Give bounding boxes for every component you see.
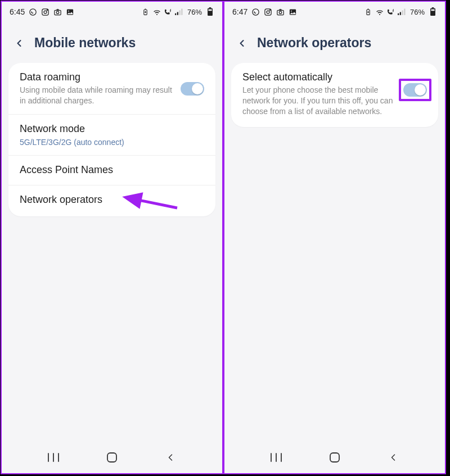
- svg-point-28: [269, 10, 270, 10]
- row-title: Select automatically: [242, 71, 399, 84]
- svg-rect-13: [177, 12, 178, 15]
- svg-rect-15: [182, 8, 183, 15]
- status-bar: 6:45: [2, 2, 222, 20]
- row-network-operators[interactable]: Network operators: [8, 185, 215, 216]
- svg-rect-42: [431, 7, 434, 8]
- svg-point-2: [44, 11, 47, 13]
- row-title: Access Point Names: [20, 164, 204, 176]
- svg-point-7: [68, 10, 69, 11]
- status-bar: 6:47: [224, 2, 445, 20]
- image-icon: [288, 7, 297, 16]
- battery-icon: [428, 7, 437, 16]
- wifi-icon: [152, 7, 161, 16]
- svg-rect-37: [398, 13, 399, 15]
- row-subtitle: Let your phone choose the best mobile ne…: [242, 85, 399, 117]
- status-left: 6:45: [10, 7, 74, 16]
- row-title: Network operators: [20, 193, 204, 206]
- svg-rect-38: [400, 12, 401, 15]
- nav-home-button[interactable]: [101, 449, 123, 466]
- camera-icon: [53, 7, 62, 16]
- nav-back-button[interactable]: [382, 449, 404, 466]
- status-right: 76%: [141, 7, 214, 16]
- back-button[interactable]: [235, 36, 249, 51]
- row-subtitle: Using mobile data while roaming may resu…: [20, 85, 175, 106]
- battery-percent: 76%: [187, 8, 202, 16]
- signal-icon: [398, 7, 407, 16]
- navigation-bar: [2, 445, 222, 473]
- image-icon: [65, 7, 74, 16]
- row-data-roaming[interactable]: Data roaming Using mobile data while roa…: [8, 63, 215, 115]
- select-auto-toggle[interactable]: [403, 83, 427, 97]
- wifi-icon: [375, 7, 384, 16]
- camera-icon: [276, 7, 285, 16]
- status-right: 76%: [364, 7, 437, 16]
- data-roaming-toggle[interactable]: [181, 82, 204, 96]
- status-time: 6:47: [232, 7, 248, 16]
- svg-rect-14: [179, 10, 181, 15]
- battery-percent: 76%: [410, 8, 425, 16]
- settings-card: Select automatically Let your phone choo…: [231, 63, 438, 127]
- status-time: 6:45: [10, 7, 25, 16]
- whatsapp-icon: [251, 7, 260, 16]
- battery-saver-icon: [141, 7, 150, 16]
- whatsapp-icon: [28, 7, 37, 16]
- svg-point-27: [267, 11, 269, 13]
- navigation-bar: [224, 445, 445, 473]
- nav-home-button[interactable]: [323, 449, 346, 466]
- instagram-icon: [40, 7, 50, 16]
- header: Network operators: [224, 20, 445, 63]
- row-select-automatically[interactable]: Select automatically Let your phone choo…: [231, 63, 438, 127]
- row-apn[interactable]: Access Point Names: [8, 156, 215, 185]
- row-subtitle: 5G/LTE/3G/2G (auto connect): [20, 137, 204, 148]
- svg-rect-12: [175, 13, 176, 15]
- svg-point-25: [253, 8, 259, 15]
- settings-card: Data roaming Using mobile data while roa…: [8, 63, 215, 216]
- row-title: Data roaming: [20, 71, 175, 84]
- back-button[interactable]: [12, 36, 26, 51]
- svg-rect-24: [107, 453, 116, 462]
- svg-point-5: [56, 11, 58, 13]
- svg-point-32: [291, 10, 292, 11]
- page-title: Mobile networks: [34, 35, 136, 51]
- page-title: Network operators: [257, 35, 371, 51]
- nav-back-button[interactable]: [159, 449, 182, 466]
- instagram-icon: [263, 7, 272, 16]
- svg-rect-18: [208, 10, 212, 11]
- nav-recents-button[interactable]: [42, 449, 65, 466]
- row-network-mode[interactable]: Network mode 5G/LTE/3G/2G (auto connect): [8, 115, 215, 156]
- battery-icon: [205, 7, 214, 16]
- volte-icon: [164, 7, 173, 16]
- volte-icon: [386, 7, 395, 16]
- svg-point-30: [279, 11, 281, 13]
- screenshot-right: 6:47: [223, 1, 446, 474]
- nav-recents-button[interactable]: [265, 449, 287, 466]
- battery-saver-icon: [364, 7, 373, 16]
- svg-rect-40: [404, 8, 406, 15]
- screenshot-left: 6:45: [1, 1, 223, 474]
- row-title: Network mode: [20, 123, 204, 135]
- svg-point-3: [47, 10, 47, 10]
- svg-rect-47: [330, 453, 339, 462]
- svg-rect-17: [209, 7, 211, 8]
- svg-rect-43: [431, 10, 434, 11]
- header: Mobile networks: [2, 20, 222, 63]
- annotation-highlight-box: [399, 79, 431, 101]
- status-left: 6:47: [232, 7, 297, 16]
- svg-point-0: [30, 8, 36, 15]
- svg-rect-39: [402, 10, 403, 15]
- signal-icon: [175, 7, 184, 16]
